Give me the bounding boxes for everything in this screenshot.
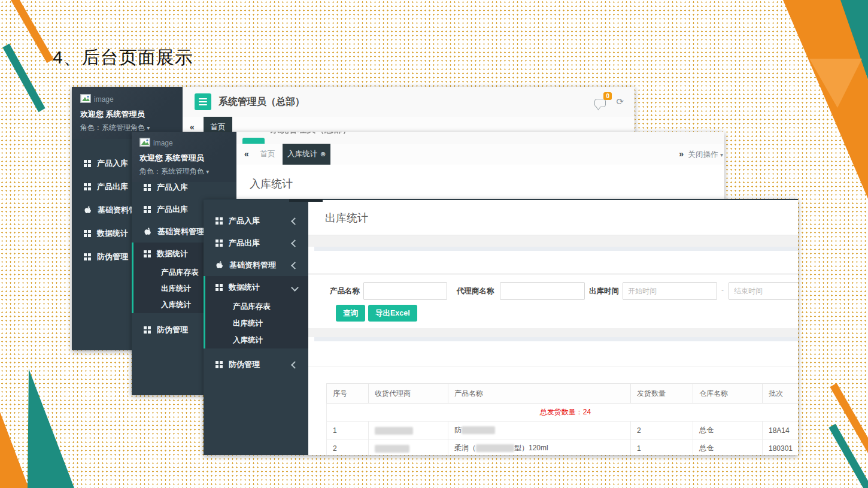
grid-icon [216, 240, 223, 247]
cell-warehouse: 总仓 [693, 439, 763, 456]
sidebar-item-data-stats[interactable]: 数据统计 [205, 276, 308, 298]
topbar-title-clipped: 系统管理员（总部） [271, 132, 351, 135]
triangle-bottom-left-orange [0, 412, 29, 488]
sidebar-item-anti-fake[interactable]: 防伪管理 [204, 353, 308, 375]
panel-top-strip [314, 337, 798, 341]
agent-name-label: 代理商名称 [457, 286, 494, 296]
chevron-left-icon [291, 217, 299, 225]
date-range-dash: - [721, 286, 724, 294]
tab-home[interactable]: 首页 [254, 144, 281, 165]
divider [308, 366, 798, 366]
chevron-left-icon [291, 262, 299, 269]
caret-down-icon: ▾ [206, 168, 209, 175]
sidebar-item-product-out[interactable]: 产品出库 [204, 232, 308, 254]
chevron-left-icon [291, 240, 299, 247]
results-table-wrapper: 序号 收货代理商 产品名称 发货数量 仓库名称 批次 总发货数量：24 [326, 383, 798, 455]
col-header-qty: 发货数量 [631, 384, 693, 404]
panel-top-strip [314, 247, 798, 251]
table-row: 1 防 2 总仓 18A14 [327, 422, 799, 439]
sidebar-item-base-data[interactable]: 基础资料管理 [204, 254, 308, 276]
page-title: 出库统计 [325, 211, 368, 225]
end-time-input[interactable] [729, 282, 798, 300]
caret-down-icon: ▾ [720, 151, 723, 158]
grid-icon [84, 183, 91, 190]
redacted-text [476, 444, 514, 452]
tab-bar: « 首页 入库统计 ⊗ » 关闭操作 ▾ [236, 144, 724, 166]
cell-agent [369, 422, 448, 439]
total-shipped-label: 总发货数量：24 [327, 404, 799, 422]
apple-icon [84, 206, 92, 214]
caret-down-icon: ▾ [147, 125, 150, 131]
triangle-bottom-left-teal [28, 369, 74, 488]
product-name-label: 产品名称 [330, 286, 360, 296]
apple-icon [216, 261, 223, 269]
welcome-text: 欢迎您 系统管理员 [80, 109, 174, 120]
grid-icon [216, 284, 223, 291]
table-header-row: 序号 收货代理商 产品名称 发货数量 仓库名称 批次 [327, 384, 799, 404]
submenu-item-stock-table[interactable]: 产品库存表 [205, 298, 308, 315]
grid-icon [84, 160, 91, 167]
cell-batch: 180301 [763, 439, 799, 456]
broken-image-icon [139, 138, 150, 148]
product-name-input[interactable] [363, 282, 447, 300]
sidebar-user-panel: image 欢迎您 系统管理员 角色：系统管理角色 ▾ [72, 87, 183, 139]
topbar: 系统管理员（总部） 0 ⟳ 刷新 [183, 87, 635, 117]
cell-product: 防 [448, 422, 631, 439]
divider [308, 273, 798, 275]
slide: 4、后台页面展示 image 欢迎您 系统管理员 角色：系统管理角色 ▾ 产品入… [0, 0, 868, 488]
page-content: 出库统计 产品名称 代理商名称 出库时间 - 查询 导出Excel [308, 200, 798, 455]
export-excel-button[interactable]: 导出Excel [368, 305, 417, 322]
stripe-top-left-orange [13, 0, 50, 61]
role-dropdown[interactable]: 角色：系统管理角色 ▾ [139, 166, 229, 177]
cell-qty: 1 [631, 439, 693, 456]
redacted-text [462, 426, 495, 434]
refresh-icon[interactable]: ⟳ [616, 96, 624, 107]
topbar-title: 系统管理员（总部） [218, 87, 305, 117]
cell-warehouse: 总仓 [693, 422, 763, 439]
out-time-label: 出库时间 [589, 286, 619, 296]
page-title: 入库统计 [250, 177, 293, 191]
redacted-text [375, 427, 413, 435]
start-time-input[interactable] [623, 282, 717, 300]
background-band [308, 235, 798, 247]
top-border-tab-remnant [289, 199, 323, 202]
sidebar-toggle-button-clipped[interactable] [242, 138, 265, 144]
sidebar-group-data-stats: 数据统计 产品库存表 出库统计 入库统计 [204, 276, 308, 348]
agent-name-input[interactable] [500, 282, 585, 300]
submenu-item-out-stats[interactable]: 出库统计 [205, 315, 308, 332]
sidebar-toggle-button[interactable] [195, 93, 211, 110]
redacted-text [375, 445, 409, 453]
close-operations-dropdown[interactable]: 关闭操作 ▾ [688, 150, 723, 160]
tab-close-icon[interactable]: ⊗ [320, 150, 326, 158]
grid-icon [144, 184, 151, 191]
welcome-text: 欢迎您 系统管理员 [139, 153, 229, 163]
tabs-collapse-icon[interactable]: « [244, 144, 249, 165]
chevron-down-icon [291, 284, 299, 292]
grid-icon [84, 253, 91, 260]
tab-in-stock-stats[interactable]: 入库统计 ⊗ [283, 144, 330, 165]
search-button[interactable]: 查询 [336, 305, 365, 322]
results-table: 序号 收货代理商 产品名称 发货数量 仓库名称 批次 总发货数量：24 [326, 383, 798, 455]
sidebar-user-panel: image 欢迎您 系统管理员 角色：系统管理角色 ▾ [132, 132, 236, 182]
col-header-batch: 批次 [763, 384, 799, 404]
grid-icon [144, 326, 151, 334]
cell-agent [369, 439, 448, 456]
grid-icon [144, 206, 151, 213]
messages-badge: 0 [603, 92, 612, 100]
table-row: 2 柔润（型）120ml 1 总仓 180301 [327, 439, 799, 456]
grid-icon [84, 230, 91, 237]
page-title-block: 出库统计 [308, 200, 798, 235]
stripe-bottom-right-orange [833, 385, 868, 454]
chevron-left-icon [291, 361, 299, 369]
cell-index: 2 [327, 439, 369, 456]
messages-icon[interactable] [594, 99, 606, 107]
broken-image-icon [80, 94, 91, 105]
triangle-top-right-orange-light [809, 59, 862, 108]
sidebar-item-product-in[interactable]: 产品入库 [132, 176, 236, 198]
sidebar-item-product-in[interactable]: 产品入库 [204, 210, 308, 232]
summary-row: 总发货数量：24 [327, 404, 799, 422]
screenshot-out-stock-stats: 产品入库 产品出库 基础资料管理 数据统计 [204, 199, 798, 455]
submenu-item-in-stats[interactable]: 入库统计 [205, 332, 308, 348]
tabs-expand-icon[interactable]: » [679, 144, 684, 165]
apple-icon [144, 228, 151, 236]
